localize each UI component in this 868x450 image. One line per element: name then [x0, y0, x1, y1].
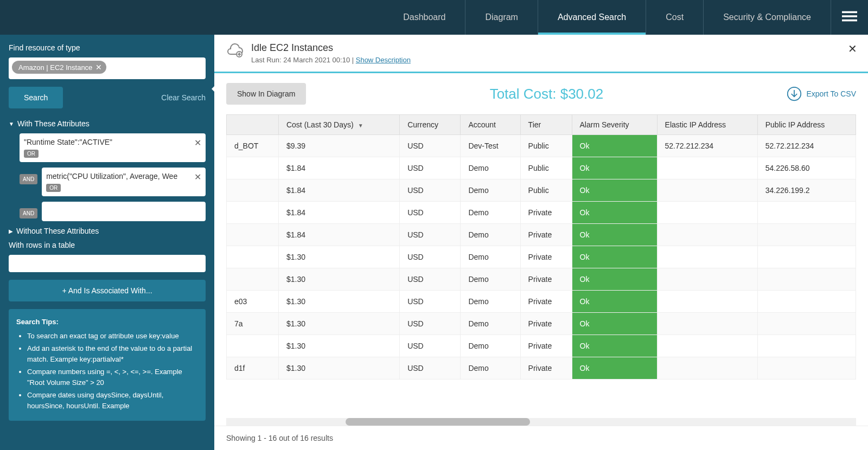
attribute-filter-2[interactable]: metric("CPU Utilization", Average, Wee ✕…	[42, 168, 206, 196]
resource-type-chip: Amazon | EC2 Instance ✕	[12, 61, 106, 74]
horizontal-scrollbar[interactable]	[226, 418, 856, 426]
sort-icon[interactable]: ▼	[358, 123, 363, 128]
search-button[interactable]: Search	[9, 87, 63, 108]
col-elastic-ip[interactable]: Elastic IP Address	[657, 115, 757, 135]
cell-currency: USD	[400, 202, 461, 224]
nav-diagram[interactable]: Diagram	[465, 0, 538, 35]
close-icon[interactable]: ✕	[848, 42, 857, 55]
or-badge[interactable]: OR	[46, 184, 61, 192]
cell-account: Demo	[461, 268, 520, 291]
table-row[interactable]: $1.84 USD Demo Public Ok 54.226.58.60	[227, 157, 856, 179]
cell-cost: $1.30	[278, 246, 399, 268]
table-row[interactable]: $1.30 USD Demo Private Ok	[227, 335, 856, 357]
cell-tier: Public	[520, 179, 572, 202]
col-tier[interactable]: Tier	[520, 115, 572, 135]
cell-public-ip	[757, 202, 856, 224]
cell-name	[227, 246, 279, 268]
cell-cost: $1.30	[278, 291, 399, 313]
table-row[interactable]: d_BOT $9.39 USD Dev-Test Public Ok 52.72…	[227, 135, 856, 157]
expand-down-icon: ▼	[9, 121, 14, 127]
export-csv-label: Export To CSV	[806, 89, 856, 98]
table-row[interactable]: $1.30 USD Demo Private Ok	[227, 246, 856, 268]
export-csv-button[interactable]: Export To CSV	[787, 86, 856, 101]
svg-rect-1	[842, 15, 857, 17]
collapse-sidebar-icon[interactable]	[208, 78, 214, 100]
cell-public-ip	[757, 246, 856, 268]
results-footer: Showing 1 - 16 out of 16 results	[214, 426, 868, 450]
table-row[interactable]: d1f $1.30 USD Demo Private Ok	[227, 357, 856, 380]
cell-elastic-ip	[657, 313, 757, 335]
table-row[interactable]: $1.84 USD Demo Public Ok 34.226.199.2	[227, 179, 856, 202]
col-name-fragment[interactable]	[227, 115, 279, 135]
col-public-ip[interactable]: Public IP Address	[757, 115, 856, 135]
cell-tier: Private	[520, 268, 572, 291]
table-row[interactable]: 7a $1.30 USD Demo Private Ok	[227, 313, 856, 335]
col-alarm[interactable]: Alarm Severity	[572, 115, 657, 135]
cell-public-ip: 54.226.58.60	[757, 157, 856, 179]
table-row[interactable]: e03 $1.30 USD Demo Private Ok	[227, 291, 856, 313]
scrollbar-thumb[interactable]	[346, 418, 530, 426]
and-badge[interactable]: AND	[20, 174, 37, 184]
remove-chip-icon[interactable]: ✕	[95, 63, 102, 72]
svg-rect-0	[842, 11, 857, 14]
expand-right-icon: ▶	[9, 228, 13, 234]
cell-currency: USD	[400, 246, 461, 268]
cell-elastic-ip: 52.72.212.234	[657, 135, 757, 157]
cell-public-ip	[757, 357, 856, 380]
with-attributes-toggle[interactable]: ▼ With These Attributes	[9, 119, 206, 128]
clear-search-link[interactable]: Clear Search	[161, 93, 206, 102]
cell-tier: Public	[520, 135, 572, 157]
total-cost-label: Total Cost: $30.02	[490, 86, 604, 102]
cell-name: d1f	[227, 357, 279, 380]
col-account[interactable]: Account	[461, 115, 520, 135]
associated-with-button[interactable]: + And Is Associated With...	[9, 280, 206, 301]
tips-title: Search Tips:	[16, 317, 198, 327]
cell-alarm: Ok	[572, 157, 657, 179]
results-table-container[interactable]: Cost (Last 30 Days)▼ Currency Account Ti…	[214, 114, 868, 418]
remove-attribute-icon[interactable]: ✕	[194, 172, 201, 182]
col-cost[interactable]: Cost (Last 30 Days)▼	[278, 115, 399, 135]
attribute-filter-empty[interactable]	[42, 202, 206, 221]
svg-rect-2	[842, 20, 857, 22]
search-tips-panel: Search Tips: To search an exact tag or a…	[9, 309, 206, 421]
resource-type-input[interactable]: Amazon | EC2 Instance ✕	[9, 57, 206, 79]
col-currency[interactable]: Currency	[400, 115, 461, 135]
show-in-diagram-button[interactable]: Show In Diagram	[226, 83, 306, 105]
cell-cost: $1.84	[278, 179, 399, 202]
cell-tier: Private	[520, 202, 572, 224]
search-sidebar: Find resource of type Amazon | EC2 Insta…	[0, 35, 214, 450]
and-badge[interactable]: AND	[20, 208, 37, 218]
cell-name: e03	[227, 291, 279, 313]
rows-table-input[interactable]	[9, 255, 206, 272]
last-run-text: Last Run: 24 March 2021 00:10 | Show Des…	[251, 56, 411, 64]
cell-name	[227, 224, 279, 246]
show-description-link[interactable]: Show Description	[356, 56, 411, 64]
cell-tier: Private	[520, 291, 572, 313]
cell-currency: USD	[400, 268, 461, 291]
cell-tier: Private	[520, 246, 572, 268]
remove-attribute-icon[interactable]: ✕	[194, 138, 201, 148]
nav-cost[interactable]: Cost	[646, 0, 704, 35]
cell-account: Demo	[461, 246, 520, 268]
table-row[interactable]: $1.84 USD Demo Private Ok	[227, 202, 856, 224]
without-attributes-toggle[interactable]: ▶ Without These Attributes	[9, 227, 206, 235]
attribute-filter-1[interactable]: "Runtime State":"ACTIVE" ✕ OR	[20, 133, 206, 162]
cell-name: d_BOT	[227, 135, 279, 157]
top-navbar: Dashboard Diagram Advanced Search Cost S…	[0, 0, 868, 35]
cell-alarm: Ok	[572, 246, 657, 268]
cell-public-ip	[757, 291, 856, 313]
cell-elastic-ip	[657, 268, 757, 291]
nav-security-compliance[interactable]: Security & Compliance	[704, 0, 831, 35]
or-badge[interactable]: OR	[24, 150, 39, 158]
hamburger-menu-icon[interactable]	[842, 9, 857, 26]
cell-tier: Private	[520, 313, 572, 335]
cell-alarm: Ok	[572, 202, 657, 224]
cell-currency: USD	[400, 179, 461, 202]
cell-tier: Private	[520, 357, 572, 380]
cell-cost: $1.84	[278, 157, 399, 179]
nav-advanced-search[interactable]: Advanced Search	[538, 0, 646, 35]
table-row[interactable]: $1.84 USD Demo Private Ok	[227, 224, 856, 246]
table-row[interactable]: $1.30 USD Demo Private Ok	[227, 268, 856, 291]
nav-dashboard[interactable]: Dashboard	[384, 0, 465, 35]
tip-item: Compare dates using daysSince, daysUntil…	[27, 390, 198, 411]
